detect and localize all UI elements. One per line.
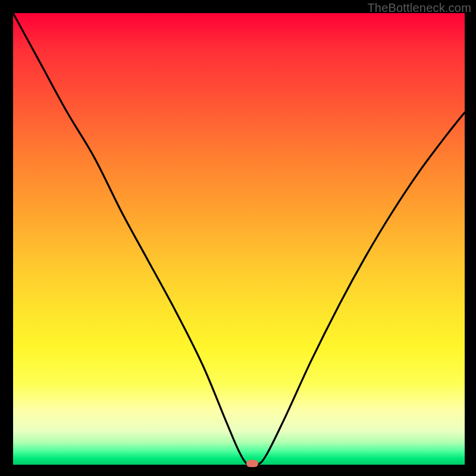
watermark-text: TheBottleneck.com <box>367 1 471 15</box>
chart-stage: TheBottleneck.com <box>0 0 476 476</box>
curve-path <box>13 13 465 465</box>
bottleneck-curve <box>13 13 465 465</box>
optimal-marker <box>246 460 258 467</box>
